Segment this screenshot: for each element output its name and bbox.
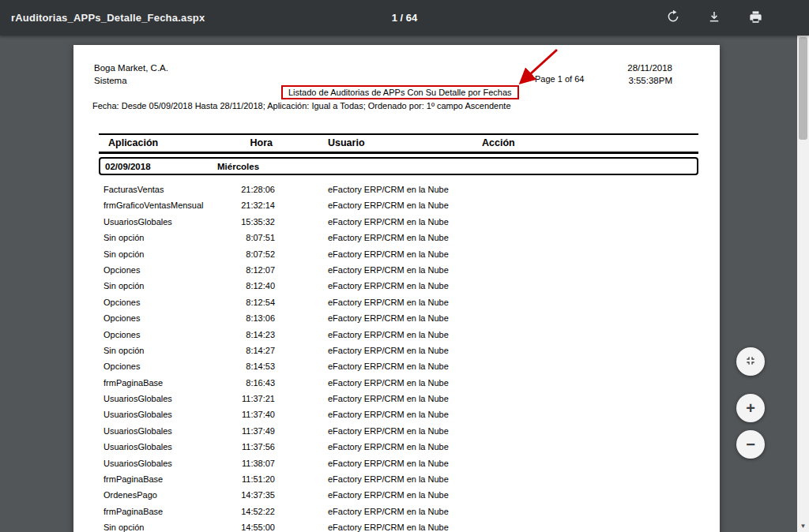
cell-accion xyxy=(482,487,698,503)
table-row: Opciones 8:12:07 eFactory ERP/CRM en la … xyxy=(99,262,698,278)
cell-usuario: eFactory ERP/CRM en la Nube xyxy=(277,230,482,245)
cell-usuario: eFactory ERP/CRM en la Nube xyxy=(277,278,482,294)
pdf-viewer: rAuditorias_APPs_Detalle_Fecha.aspx 1 / … xyxy=(0,0,809,532)
cell-aplicacion: Opciones xyxy=(99,358,213,374)
cell-usuario: eFactory ERP/CRM en la Nube xyxy=(277,246,482,262)
cell-usuario: eFactory ERP/CRM en la Nube xyxy=(277,375,482,391)
report-header-left: Boga Market, C.A. Sistema xyxy=(94,62,168,87)
rotate-icon xyxy=(666,9,680,26)
cell-aplicacion: frmPaginaBase xyxy=(99,504,213,519)
report-page: Boga Market, C.A. Sistema 28/11/2018 3:5… xyxy=(73,45,720,532)
page-indicator[interactable]: 1 / 64 xyxy=(392,12,418,24)
cell-usuario: eFactory ERP/CRM en la Nube xyxy=(277,294,482,310)
date-group-row: 02/09/2018 Miércoles xyxy=(99,157,698,175)
header-accion: Acción xyxy=(482,137,698,149)
cell-usuario: eFactory ERP/CRM en la Nube xyxy=(277,519,482,532)
cell-accion xyxy=(482,439,698,455)
cell-hora: 8:16:43 xyxy=(213,375,277,391)
table-body: FacturasVentas 21:28:06 eFactory ERP/CRM… xyxy=(99,182,698,532)
cell-aplicacion: Sin opción xyxy=(99,519,213,532)
cell-usuario: eFactory ERP/CRM en la Nube xyxy=(277,455,482,471)
report-filters: Fecha: Desde 05/09/2018 Hasta 28/11/2018… xyxy=(92,101,511,111)
cell-hora: 21:32:14 xyxy=(213,197,277,213)
cell-hora: 11:37:21 xyxy=(213,391,277,406)
table-row: UsuariosGlobales 11:37:40 eFactory ERP/C… xyxy=(99,406,698,422)
cell-accion xyxy=(482,375,698,391)
cell-accion xyxy=(482,519,698,532)
table-row: Sin opción 8:07:52 eFactory ERP/CRM en l… xyxy=(99,246,698,262)
print-button[interactable] xyxy=(746,9,765,28)
cell-hora: 8:12:40 xyxy=(213,278,277,294)
cell-aplicacion: Opciones xyxy=(99,310,213,326)
cell-hora: 11:37:56 xyxy=(213,439,277,455)
cell-hora: 21:28:06 xyxy=(213,182,277,197)
table-row: frmGraficoVentasMensual 21:32:14 eFactor… xyxy=(99,197,698,213)
cell-accion xyxy=(482,197,698,213)
table-row: UsuariosGlobales 15:35:32 eFactory ERP/C… xyxy=(99,214,698,230)
cell-hora: 14:52:22 xyxy=(213,504,277,519)
download-icon xyxy=(707,9,721,26)
group-day: Miércoles xyxy=(215,162,278,171)
fit-page-button[interactable] xyxy=(736,347,765,376)
cell-accion xyxy=(482,406,698,422)
cell-accion xyxy=(482,246,698,262)
table-row: frmPaginaBase 14:52:22 eFactory ERP/CRM … xyxy=(99,504,698,519)
scroll-down-arrow[interactable]: ▼ xyxy=(797,519,809,532)
cell-accion xyxy=(482,262,698,278)
cell-accion xyxy=(482,391,698,406)
download-button[interactable] xyxy=(705,9,724,28)
cell-aplicacion: frmPaginaBase xyxy=(99,375,213,391)
group-date: 02/09/2018 xyxy=(100,162,215,171)
cell-accion xyxy=(482,358,698,374)
cell-usuario: eFactory ERP/CRM en la Nube xyxy=(277,182,482,197)
report-date: 28/11/2018 xyxy=(627,62,672,74)
cell-usuario: eFactory ERP/CRM en la Nube xyxy=(277,343,482,358)
cell-aplicacion: Opciones xyxy=(99,262,213,278)
fit-page-icon xyxy=(744,353,757,371)
cell-accion xyxy=(482,214,698,230)
cell-accion xyxy=(482,504,698,519)
header-hora: Hora xyxy=(213,137,277,149)
print-icon xyxy=(748,9,763,27)
table-row: UsuariosGlobales 11:37:21 eFactory ERP/C… xyxy=(99,391,698,406)
cell-aplicacion: UsuariosGlobales xyxy=(99,439,213,455)
toolbar-actions xyxy=(664,9,798,28)
cell-aplicacion: Sin opción xyxy=(99,230,213,245)
header-usuario: Usuario xyxy=(277,137,482,149)
table-header-row: Aplicación Hora Usuario Acción xyxy=(99,133,698,154)
cell-aplicacion: Opciones xyxy=(99,294,213,310)
cell-usuario: eFactory ERP/CRM en la Nube xyxy=(277,391,482,406)
table-row: UsuariosGlobales 11:38:07 eFactory ERP/C… xyxy=(99,455,698,471)
cell-aplicacion: frmPaginaBase xyxy=(99,471,213,487)
table-row: Opciones 8:13:06 eFactory ERP/CRM en la … xyxy=(99,310,698,326)
zoom-in-icon: + xyxy=(746,399,755,418)
cell-hora: 11:37:40 xyxy=(213,406,277,422)
system-label: Sistema xyxy=(94,74,168,87)
table-row: UsuariosGlobales 11:37:49 eFactory ERP/C… xyxy=(99,423,698,439)
cell-usuario: eFactory ERP/CRM en la Nube xyxy=(277,358,482,374)
cell-accion xyxy=(482,327,698,343)
table-row: Sin opción 8:14:27 eFactory ERP/CRM en l… xyxy=(99,343,698,358)
cell-usuario: eFactory ERP/CRM en la Nube xyxy=(277,197,482,213)
cell-aplicacion: UsuariosGlobales xyxy=(99,391,213,406)
cell-aplicacion: Sin opción xyxy=(99,343,213,358)
cell-usuario: eFactory ERP/CRM en la Nube xyxy=(277,327,482,343)
table-row: Sin opción 8:12:40 eFactory ERP/CRM en l… xyxy=(99,278,698,294)
cell-accion xyxy=(482,423,698,439)
scrollbar-thumb[interactable] xyxy=(799,37,807,140)
cell-aplicacion: UsuariosGlobales xyxy=(99,406,213,422)
cell-hora: 8:14:53 xyxy=(213,358,277,374)
document-filename: rAuditorias_APPs_Detalle_Fecha.aspx xyxy=(11,12,205,24)
vertical-scrollbar[interactable]: ▼ xyxy=(797,36,809,532)
cell-accion xyxy=(482,278,698,294)
cell-usuario: eFactory ERP/CRM en la Nube xyxy=(277,471,482,487)
cell-aplicacion: FacturasVentas xyxy=(99,182,213,197)
cell-aplicacion: Sin opción xyxy=(99,278,213,294)
zoom-in-button[interactable]: + xyxy=(736,394,765,422)
rotate-button[interactable] xyxy=(664,9,683,28)
zoom-out-button[interactable]: − xyxy=(736,430,765,459)
cell-usuario: eFactory ERP/CRM en la Nube xyxy=(277,504,482,519)
cell-usuario: eFactory ERP/CRM en la Nube xyxy=(277,406,482,422)
table-row: FacturasVentas 21:28:06 eFactory ERP/CRM… xyxy=(99,182,698,197)
table-row: OrdenesPago 14:37:35 eFactory ERP/CRM en… xyxy=(99,487,698,503)
